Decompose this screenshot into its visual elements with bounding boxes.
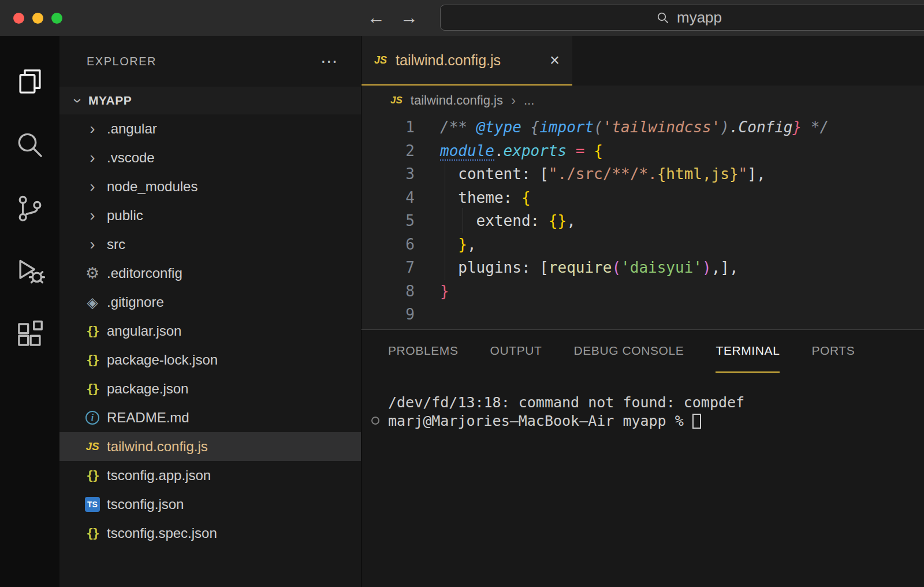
breadcrumb-file: tailwind.config.js bbox=[411, 93, 503, 108]
chevron-right-icon: › bbox=[85, 121, 100, 137]
command-center-search[interactable]: myapp bbox=[440, 5, 924, 31]
zoom-button[interactable] bbox=[51, 13, 62, 24]
code-line[interactable]: 3 content: ["./src/**/*.{html,js}"], bbox=[362, 162, 924, 186]
item-label: node_modules bbox=[107, 179, 198, 195]
forward-icon[interactable]: → bbox=[400, 8, 418, 28]
panel-tab-ports[interactable]: PORTS bbox=[811, 330, 855, 373]
item-label: tsconfig.app.json bbox=[107, 467, 211, 484]
tree-file-package-lock-json[interactable]: {}package-lock.json bbox=[59, 345, 361, 374]
bottom-panel: PROBLEMSOUTPUTDEBUG CONSOLETERMINALPORTS… bbox=[361, 329, 924, 587]
panel-tab-debug-console[interactable]: DEBUG CONSOLE bbox=[573, 330, 684, 373]
item-label: README.md bbox=[107, 410, 189, 426]
line-number: 9 bbox=[362, 306, 415, 323]
code-text: module.exports = { bbox=[440, 142, 603, 159]
sidebar-header: EXPLORER ⋯ bbox=[59, 36, 361, 87]
tree-folder--angular[interactable]: ›.angular bbox=[59, 114, 361, 143]
code-line[interactable]: 8} bbox=[362, 280, 924, 303]
panel-tab-terminal[interactable]: TERMINAL bbox=[716, 330, 780, 373]
tree-file-readme-md[interactable]: iREADME.md bbox=[59, 403, 361, 432]
js-file-icon: JS bbox=[374, 54, 387, 66]
chevron-right-icon: › bbox=[85, 150, 100, 166]
chevron-down-icon: › bbox=[70, 93, 85, 108]
traffic-lights bbox=[13, 13, 62, 24]
tree-file-tsconfig-app-json[interactable]: {}tsconfig.app.json bbox=[59, 461, 361, 490]
vscode-window: ← → myapp EXPLORER ⋯ › MYAPP ›.angular›.… bbox=[0, 0, 924, 587]
indent-guide bbox=[445, 232, 445, 257]
tree-folder-node-modules[interactable]: ›node_modules bbox=[59, 172, 361, 201]
info-icon: i bbox=[85, 411, 99, 425]
search-value: myapp bbox=[677, 9, 722, 27]
code-line[interactable]: 9 bbox=[362, 303, 924, 326]
panel-tab-output[interactable]: OUTPUT bbox=[490, 330, 542, 373]
line-number: 2 bbox=[362, 142, 415, 159]
workspace-section-header[interactable]: › MYAPP bbox=[59, 87, 361, 114]
code-area[interactable]: 1/** @type {import('tailwindcss').Config… bbox=[362, 116, 924, 326]
json-braces-icon: {} bbox=[86, 382, 98, 396]
code-text: plugins: [require('daisyui'),], bbox=[440, 259, 739, 276]
item-label: tsconfig.json bbox=[107, 496, 184, 512]
json-braces-icon: {} bbox=[86, 353, 98, 367]
search-icon bbox=[14, 129, 46, 161]
json-braces-icon: {} bbox=[86, 469, 98, 482]
activity-bar bbox=[0, 36, 59, 587]
line-number: 8 bbox=[362, 283, 415, 300]
code-line[interactable]: 6 }, bbox=[362, 233, 924, 257]
tree-file--gitignore[interactable]: ◈.gitignore bbox=[59, 288, 361, 317]
activity-item-extensions[interactable] bbox=[0, 309, 59, 361]
run-debug-icon bbox=[14, 255, 46, 287]
code-text: } bbox=[440, 283, 449, 300]
item-label: tailwind.config.js bbox=[107, 439, 208, 455]
close-button[interactable] bbox=[13, 13, 24, 24]
panel-tab-problems[interactable]: PROBLEMS bbox=[388, 330, 459, 373]
activity-item-run-debug[interactable] bbox=[0, 245, 59, 297]
chevron-right-icon: › bbox=[85, 179, 100, 195]
tab-bar: JS tailwind.config.js × bbox=[362, 36, 924, 86]
explorer-tree: ›.angular›.vscode›node_modules›public›sr… bbox=[59, 114, 361, 548]
search-icon bbox=[656, 11, 670, 25]
terminal[interactable]: /dev/fd/13:18: command not found: compde… bbox=[362, 373, 924, 430]
tree-file-tailwind-config-js[interactable]: JStailwind.config.js bbox=[59, 432, 361, 461]
close-icon[interactable]: × bbox=[550, 52, 560, 69]
code-line[interactable]: 7 plugins: [require('daisyui'),], bbox=[362, 256, 924, 280]
code-line[interactable]: 2module.exports = { bbox=[362, 139, 924, 163]
code-line[interactable]: 5 extend: {}, bbox=[362, 209, 924, 233]
json-braces-icon: {} bbox=[86, 526, 98, 540]
activity-item-explorer[interactable] bbox=[0, 55, 59, 107]
tree-file-package-json[interactable]: {}package.json bbox=[59, 374, 361, 403]
chevron-right-icon: › bbox=[511, 92, 516, 109]
more-actions-icon[interactable]: ⋯ bbox=[321, 53, 338, 70]
code-line[interactable]: 1/** @type {import('tailwindcss').Config… bbox=[362, 116, 924, 139]
terminal-line: marj@Marjories—MacBook—Air myapp % bbox=[388, 412, 924, 430]
tab-tailwind-config[interactable]: JS tailwind.config.js × bbox=[362, 36, 572, 86]
tree-file-tsconfig-json[interactable]: TStsconfig.json bbox=[59, 490, 361, 519]
gear-icon: ⚙ bbox=[85, 264, 99, 283]
sidebar-title: EXPLORER bbox=[87, 55, 157, 68]
line-number: 4 bbox=[362, 189, 415, 206]
back-icon[interactable]: ← bbox=[367, 8, 385, 28]
tree-file-angular-json[interactable]: {}angular.json bbox=[59, 317, 361, 345]
json-braces-icon: {} bbox=[86, 324, 98, 338]
extensions-icon bbox=[14, 319, 46, 350]
minimize-button[interactable] bbox=[32, 13, 43, 24]
line-number: 6 bbox=[362, 236, 415, 253]
tree-file-tsconfig-spec-json[interactable]: {}tsconfig.spec.json bbox=[59, 519, 361, 548]
tree-folder-src[interactable]: ›src bbox=[59, 230, 361, 259]
item-label: .angular bbox=[107, 121, 157, 137]
code-line[interactable]: 4 theme: { bbox=[362, 186, 924, 210]
code-text: theme: { bbox=[440, 189, 531, 206]
files-icon bbox=[14, 66, 46, 97]
tree-folder-public[interactable]: ›public bbox=[59, 201, 361, 230]
workspace-name: MYAPP bbox=[88, 94, 132, 107]
item-label: .editorconfig bbox=[107, 265, 182, 281]
activity-item-search[interactable] bbox=[0, 119, 59, 171]
tree-folder--vscode[interactable]: ›.vscode bbox=[59, 143, 361, 172]
activity-item-source-control[interactable] bbox=[0, 183, 59, 235]
tree-file--editorconfig[interactable]: ⚙.editorconfig bbox=[59, 259, 361, 288]
source-control-icon bbox=[14, 193, 46, 224]
item-label: .vscode bbox=[107, 150, 155, 166]
code-text: content: ["./src/**/*.{html,js}"], bbox=[440, 165, 766, 183]
command-decoration-icon[interactable] bbox=[371, 417, 379, 425]
terminal-cursor bbox=[692, 414, 701, 429]
breadcrumb[interactable]: JS tailwind.config.js › ... bbox=[362, 86, 924, 116]
line-number: 7 bbox=[362, 259, 415, 276]
